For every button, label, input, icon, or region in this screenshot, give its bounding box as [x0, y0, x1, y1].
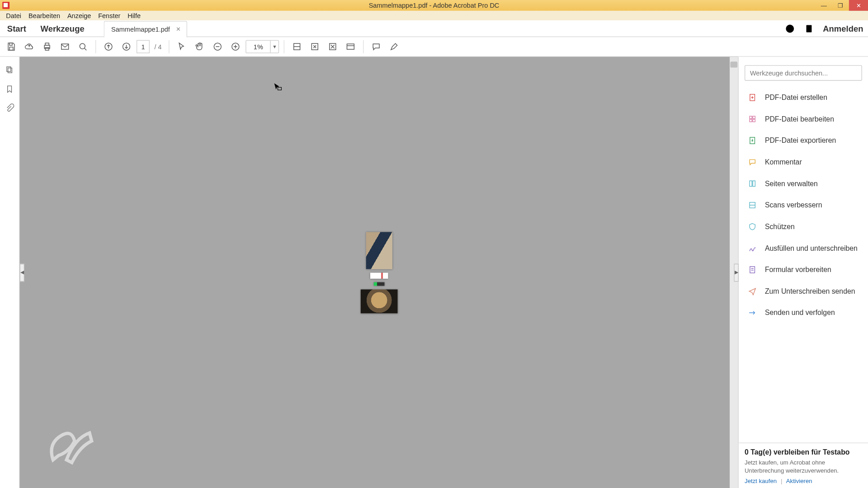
tool-item-shield[interactable]: Schützen	[739, 216, 868, 238]
tool-item-scan[interactable]: Scans verbessern	[739, 194, 868, 216]
highlight-button[interactable]	[387, 39, 402, 54]
tab-document-label: Sammelmappe1.pdf	[111, 25, 170, 33]
tool-item-export[interactable]: PDF-Datei exportieren	[739, 130, 868, 151]
menu-bar: Datei Bearbeiten Anzeige Fenster Hilfe	[0, 11, 868, 20]
buy-now-link[interactable]: Jetzt kaufen	[745, 478, 777, 484]
shield-icon	[747, 221, 758, 232]
tool-item-label: Kommentar	[765, 158, 802, 166]
close-button[interactable]: ✕	[849, 0, 868, 11]
svg-rect-1	[807, 25, 812, 32]
tools-panel: ▶ PDF-Datei erstellenPDF-Datei bearbeite…	[738, 57, 868, 488]
search-button[interactable]	[75, 39, 90, 54]
prev-page-button[interactable]	[101, 39, 116, 54]
tab-tools[interactable]: Werkzeuge	[33, 23, 92, 33]
scan-icon	[747, 200, 758, 211]
menu-help[interactable]: Hilfe	[124, 12, 144, 19]
menu-view[interactable]: Anzeige	[64, 12, 94, 19]
next-page-button[interactable]	[118, 39, 134, 54]
page-2-thumbnail[interactable]	[370, 272, 388, 278]
thumbnails-panel-button[interactable]	[5, 65, 14, 75]
svg-rect-33	[750, 181, 752, 186]
comment-icon	[747, 157, 758, 168]
tool-item-label: PDF-Datei bearbeiten	[765, 115, 834, 123]
svg-rect-4	[9, 43, 12, 45]
app-icon	[2, 2, 9, 9]
svg-rect-29	[753, 116, 755, 118]
svg-line-11	[85, 48, 86, 50]
read-mode-button[interactable]	[343, 39, 359, 54]
pages-icon	[747, 178, 758, 189]
tool-item-label: Scans verbessern	[765, 201, 822, 210]
sign-in-link[interactable]: Anmelden	[823, 23, 863, 33]
left-navigation-rail	[0, 57, 20, 488]
help-icon[interactable]	[785, 23, 796, 34]
trial-activation-banner: 0 Tag(e) verbleiben für Testabo Jetzt ka…	[739, 442, 868, 488]
select-tool-button[interactable]	[174, 39, 189, 54]
hand-tool-button[interactable]	[192, 39, 208, 54]
svg-rect-9	[61, 44, 69, 49]
fit-width-button[interactable]	[289, 39, 305, 54]
trial-headline: 0 Tag(e) verbleiben für Testabo	[745, 448, 862, 456]
tool-item-pages[interactable]: Seiten verwalten	[739, 173, 868, 194]
menu-window[interactable]: Fenster	[94, 12, 124, 19]
chevron-down-icon[interactable]: ▼	[270, 41, 278, 52]
collapse-right-panel-button[interactable]: ▶	[734, 263, 739, 282]
tool-item-label: Zum Unterschreiben senden	[765, 287, 855, 296]
page-3-thumbnail[interactable]	[373, 282, 384, 286]
title-bar: Sammelmappe1.pdf - Adobe Acrobat Pro DC …	[0, 0, 868, 11]
svg-rect-24	[7, 67, 11, 72]
zoom-value: 1%	[246, 43, 270, 50]
form-icon	[747, 264, 758, 275]
svg-rect-30	[750, 119, 752, 122]
tool-item-form[interactable]: Formular vorbereiten	[739, 259, 868, 281]
tool-item-label: PDF-Datei erstellen	[765, 93, 827, 102]
maximize-button[interactable]: ❐	[832, 0, 849, 11]
collapse-left-panel-button[interactable]: ◀	[20, 263, 25, 282]
activate-link[interactable]: Aktivieren	[786, 478, 812, 484]
menu-edit[interactable]: Bearbeiten	[25, 12, 64, 19]
watermark-logo	[42, 422, 96, 470]
tool-item-create[interactable]: PDF-Datei erstellen	[739, 87, 868, 108]
track-icon	[747, 307, 758, 318]
tool-item-comment[interactable]: Kommentar	[739, 151, 868, 173]
tab-home[interactable]: Start	[0, 23, 33, 33]
tool-item-track[interactable]: Senden und verfolgen	[739, 302, 868, 324]
svg-point-10	[80, 43, 85, 49]
tool-item-label: Ausfüllen und unterschreiben	[765, 244, 858, 253]
menu-file[interactable]: Datei	[2, 12, 25, 19]
zoom-select[interactable]: 1% ▼	[246, 40, 279, 53]
tools-search[interactable]	[745, 65, 862, 80]
page-number-input[interactable]	[137, 40, 150, 53]
cloud-upload-button[interactable]	[21, 39, 37, 54]
email-button[interactable]	[57, 39, 73, 54]
attachments-panel-button[interactable]	[5, 103, 14, 113]
document-canvas[interactable]: ◀	[20, 57, 738, 488]
tool-item-edit[interactable]: PDF-Datei bearbeiten	[739, 108, 868, 130]
comment-button[interactable]	[368, 39, 384, 54]
tab-document[interactable]: Sammelmappe1.pdf ✕	[104, 21, 187, 38]
svg-rect-25	[8, 68, 12, 73]
create-icon	[747, 92, 758, 103]
tool-item-label: Seiten verwalten	[765, 179, 818, 188]
notifications-icon[interactable]	[804, 23, 815, 34]
zoom-in-button[interactable]	[228, 39, 243, 54]
tool-item-sign[interactable]: Ausfüllen und unterschreiben	[739, 237, 868, 259]
page-1-thumbnail[interactable]	[366, 232, 392, 269]
svg-rect-8	[45, 47, 49, 50]
svg-rect-22	[347, 44, 354, 49]
tool-item-sendSign[interactable]: Zum Unterschreiben senden	[739, 281, 868, 302]
svg-rect-31	[753, 119, 755, 122]
tab-close-icon[interactable]: ✕	[176, 26, 181, 33]
bookmarks-panel-button[interactable]	[5, 84, 14, 94]
fit-visible-button[interactable]	[325, 39, 340, 54]
minimize-button[interactable]: —	[816, 0, 832, 11]
scrollbar-thumb[interactable]	[730, 61, 737, 67]
link-divider: |	[781, 478, 782, 484]
save-button[interactable]	[4, 39, 19, 54]
tools-search-input[interactable]	[750, 70, 857, 77]
page-4-thumbnail[interactable]	[360, 289, 397, 313]
zoom-out-button[interactable]	[210, 39, 226, 54]
print-button[interactable]	[39, 39, 55, 54]
trial-subtext: Jetzt kaufen, um Acrobat ohne Unterbrech…	[745, 459, 862, 474]
fit-page-button[interactable]	[307, 39, 322, 54]
